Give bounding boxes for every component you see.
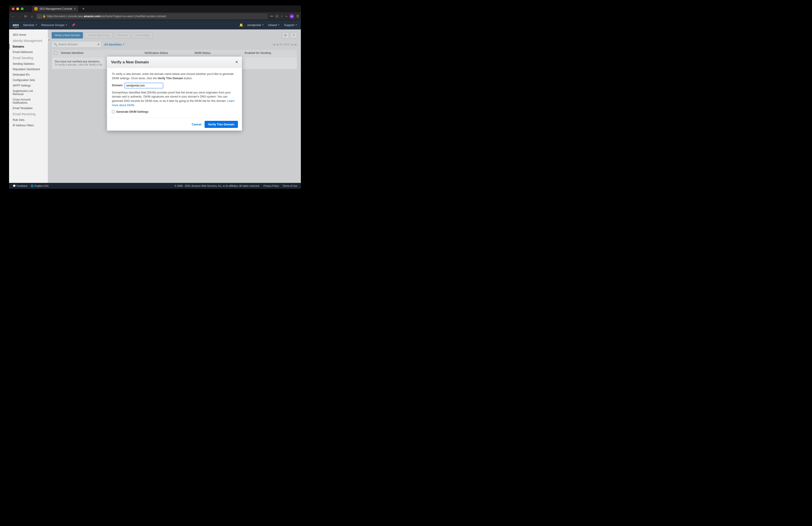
sidebar-item-suppression[interactable]: Suppression List Removal	[9, 88, 48, 97]
sidebar-item-templates[interactable]: Email Templates	[9, 105, 48, 111]
nav-support[interactable]: Support▼	[284, 23, 297, 27]
url-bar[interactable]: ◡ 🔒 https://eu-west-1.console.aws.amazon…	[36, 13, 268, 19]
new-tab-button[interactable]: +	[82, 6, 85, 11]
close-tab-icon[interactable]: ×	[74, 7, 76, 11]
cancel-button[interactable]: Cancel	[192, 123, 201, 126]
generate-dkim-label: Generate DKIM Settings	[116, 110, 148, 114]
domain-field: Domain:	[112, 83, 237, 88]
browser-tab[interactable]: SES Management Console ×	[32, 6, 78, 12]
forward-icon[interactable]: →	[17, 14, 21, 18]
aws-logo[interactable]: aws	[13, 23, 19, 27]
sidebar-item-email-addresses[interactable]: Email Addresses	[9, 49, 48, 55]
chevron-down-icon: ▼	[278, 24, 280, 26]
sidebar-item-config-sets[interactable]: Configuration Sets	[9, 77, 48, 83]
close-window-button[interactable]	[12, 7, 14, 10]
chevron-down-icon: ▼	[66, 24, 68, 26]
sidebar-item-sending-stats[interactable]: Sending Statistics	[9, 61, 48, 66]
maximize-window-button[interactable]	[21, 7, 24, 10]
pin-icon[interactable]: 📌	[72, 23, 75, 27]
privacy-link[interactable]: Privacy Policy	[263, 184, 279, 187]
sidebar-item-domains[interactable]: Domains	[9, 44, 48, 49]
reader-icon[interactable]: ▾	[276, 15, 278, 18]
sidebar-heading-identity: Identity Management	[9, 37, 48, 44]
sidebar-heading-receiving: Email Receiving	[9, 111, 48, 117]
close-icon[interactable]: ×	[235, 60, 238, 64]
modal-body: To verify a new domain, enter the domain…	[107, 68, 242, 118]
titlebar: SES Management Console × +	[9, 5, 301, 12]
sidebar-item-ip-filters[interactable]: IP Address Filters	[9, 123, 48, 128]
modal-paragraph-1: To verify a new domain, enter the domain…	[112, 72, 237, 80]
nav-account[interactable]: sendportal▼	[247, 23, 264, 27]
aws-footer: 💬 Feedback 🌐 English (US) © 2008 - 2020,…	[9, 183, 301, 189]
lock-icon: 🔒	[43, 15, 46, 18]
bell-icon[interactable]: 🔔	[239, 23, 243, 27]
sidebar-item-rule-sets[interactable]: Rule Sets	[9, 117, 48, 123]
nav-services[interactable]: Services▼	[23, 23, 38, 27]
chevron-down-icon: ▼	[262, 24, 264, 26]
back-icon[interactable]: ←	[11, 14, 15, 18]
sidebar-item-reputation[interactable]: Reputation Dashboard	[9, 66, 48, 72]
nav-resource-groups[interactable]: Resource Groups▼	[42, 23, 68, 27]
copyright-text: © 2008 - 2020, Amazon Web Services, Inc.…	[174, 184, 260, 187]
modal-title: Verify a New Domain	[111, 60, 149, 64]
console-body: ◀ SES Home Identity Management Domains E…	[9, 29, 301, 183]
feedback-link[interactable]: 💬 Feedback	[13, 184, 27, 187]
verify-domain-modal: Verify a New Domain × To verify a new do…	[107, 57, 242, 131]
modal-footer: Cancel Verify This Domain	[107, 118, 242, 131]
url-text: https://eu-west-1.console.aws.amazon.com…	[47, 15, 167, 18]
modal-paragraph-2: DomainKeys Identified Mail (DKIM) provid…	[112, 91, 237, 107]
menu-icon[interactable]: ☰	[296, 14, 299, 18]
modal-header: Verify a New Domain ×	[107, 57, 242, 68]
language-selector[interactable]: 🌐 English (US)	[31, 184, 48, 187]
shield-icon[interactable]: ◡	[38, 15, 41, 18]
verify-this-domain-button[interactable]: Verify This Domain	[205, 121, 238, 128]
aws-nav: aws Services▼ Resource Groups▼ 📌 🔔 sendp…	[9, 20, 301, 29]
browser-toolbar: ← → ⟳ ⌂ ◡ 🔒 https://eu-west-1.console.aw…	[9, 12, 301, 20]
reload-icon[interactable]: ⟳	[24, 14, 28, 18]
terms-link[interactable]: Terms of Use	[282, 184, 297, 187]
tab-favicon	[34, 7, 38, 11]
sidebar-item-cross-account[interactable]: Cross-Account Notifications	[9, 97, 48, 105]
minimize-window-button[interactable]	[16, 7, 19, 10]
sidebar-item-smtp[interactable]: SMTP Settings	[9, 83, 48, 88]
sidebar-heading-sending: Email Sending	[9, 55, 48, 61]
more-icon[interactable]: •••	[270, 14, 273, 18]
sidebar: ◀ SES Home Identity Management Domains E…	[9, 29, 48, 183]
home-icon[interactable]: ⌂	[30, 14, 34, 18]
main-content: Verify a New Domain Send a Test Email Re…	[48, 29, 301, 183]
chevron-down-icon: ▼	[35, 24, 38, 26]
sidebar-item-ses-home[interactable]: SES Home	[9, 32, 48, 37]
extension-icon[interactable]: ∞	[290, 14, 294, 18]
generate-dkim-checkbox[interactable]	[112, 110, 115, 113]
chevron-down-icon: ▼	[295, 24, 297, 26]
nav-region[interactable]: Ireland▼	[268, 23, 280, 27]
dkim-checkbox-row: Generate DKIM Settings	[112, 110, 237, 114]
domain-input[interactable]	[125, 83, 163, 88]
browser-window: SES Management Console × + ← → ⟳ ⌂ ◡ 🔒 h…	[9, 5, 301, 189]
tab-title: SES Management Console	[40, 7, 72, 11]
overflow-icon[interactable]: »	[286, 14, 287, 18]
sidebar-item-dedicated-ips[interactable]: Dedicated IPs	[9, 72, 48, 77]
domain-label: Domain:	[112, 83, 123, 88]
page-viewport: aws Services▼ Resource Groups▼ 📌 🔔 sendp…	[9, 20, 301, 189]
bookmark-icon[interactable]: ☆	[281, 14, 284, 18]
